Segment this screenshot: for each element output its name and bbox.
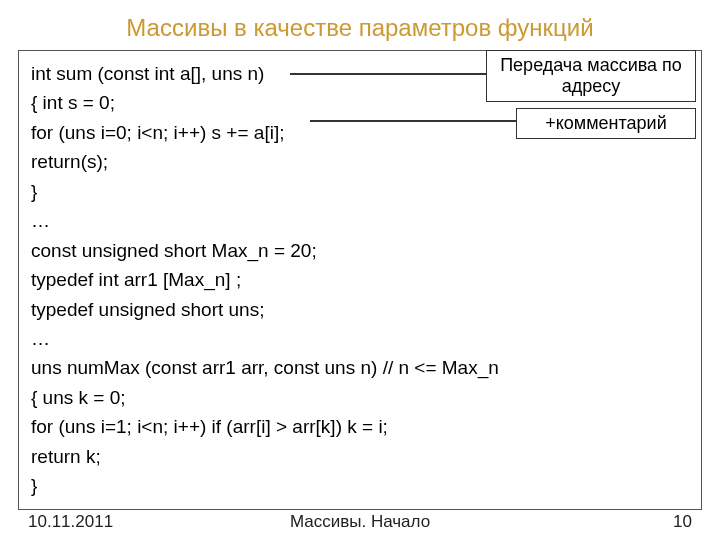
code-line: } <box>31 471 689 500</box>
callout-comment: +комментарий <box>516 108 696 139</box>
code-line: return k; <box>31 442 689 471</box>
code-comment: // n <= Max_n <box>383 357 499 378</box>
callout-line2: адресу <box>497 76 685 97</box>
footer-title: Массивы. Начало <box>290 512 430 532</box>
callout-line1: Передача массива по <box>497 55 685 76</box>
code-line: … <box>31 324 689 353</box>
connector-line-2 <box>310 120 516 122</box>
callout-address: Передача массива по адресу <box>486 50 696 102</box>
code-line: … <box>31 206 689 235</box>
code-line: return(s); <box>31 147 689 176</box>
code-line: { uns k = 0; <box>31 383 689 412</box>
footer: 10.11.2011 Массивы. Начало 10 <box>0 512 720 532</box>
connector-line-1 <box>290 73 490 75</box>
slide-title: Массивы в качестве параметров функций <box>0 0 720 50</box>
code-line: for (uns i=1; i<n; i++) if (arr[i] > arr… <box>31 412 689 441</box>
code-text: uns numMax (const arr1 arr, const uns n) <box>31 357 383 378</box>
code-line: typedef unsigned short uns; <box>31 295 689 324</box>
code-line: uns numMax (const arr1 arr, const uns n)… <box>31 353 689 382</box>
footer-date: 10.11.2011 <box>28 512 113 532</box>
footer-page-number: 10 <box>673 512 692 532</box>
code-line: typedef int arr1 [Max_n] ; <box>31 265 689 294</box>
code-line: const unsigned short Max_n = 20; <box>31 236 689 265</box>
code-line: } <box>31 177 689 206</box>
